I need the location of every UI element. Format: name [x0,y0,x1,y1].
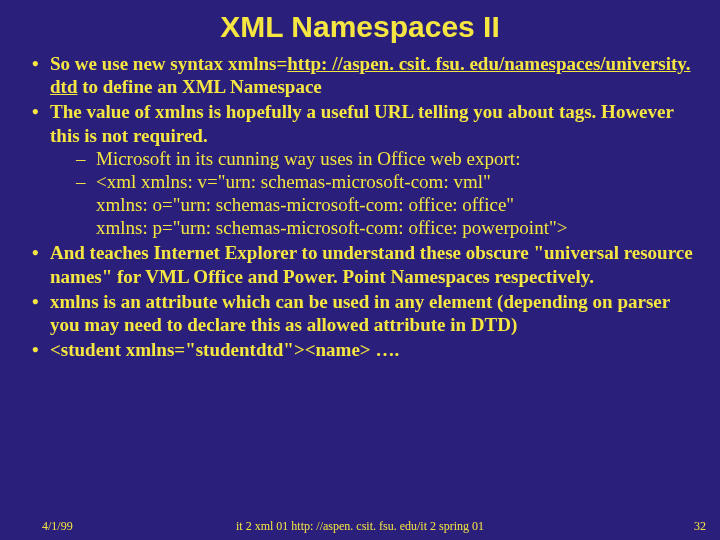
xmlns-label: xmlns [155,101,204,122]
sub-list: Microsoft in its cunning way uses in Off… [50,147,702,240]
slide-number: 32 [694,519,706,534]
bullet-list: So we use new syntax xmlns=http: //aspen… [0,52,720,361]
footer-url: it 2 xml 01 http: //aspen. csit. fsu. ed… [0,519,720,534]
code-line: xmlns: o="urn: schemas-microsoft-com: of… [96,193,702,216]
sub-bullet-2: <xml xmlns: v="urn: schemas-microsoft-co… [76,170,702,240]
xmlns-label: xmlns= [228,53,287,74]
slide-title: XML Namespaces II [0,0,720,52]
text: to define an XML Namespace [77,76,321,97]
sub-bullet-1: Microsoft in its cunning way uses in Off… [76,147,702,170]
bullet-2: The value of xmlns is hopefully a useful… [32,100,702,239]
xmlns-label: xmlns [50,291,99,312]
bullet-1: So we use new syntax xmlns=http: //aspen… [32,52,702,98]
bullet-3: And teaches Internet Explorer to underst… [32,241,702,287]
code-line: <xml xmlns: v="urn: schemas-microsoft-co… [96,171,491,192]
text: is an attribute which can be used in any… [50,291,670,335]
text: So we use new syntax [50,53,228,74]
bullet-4: xmlns is an attribute which can be used … [32,290,702,336]
code-line: xmlns: p="urn: schemas-microsoft-com: of… [96,216,702,239]
bullet-5: <student xmlns="studentdtd"><name> …. [32,338,702,361]
text: The value of [50,101,155,122]
